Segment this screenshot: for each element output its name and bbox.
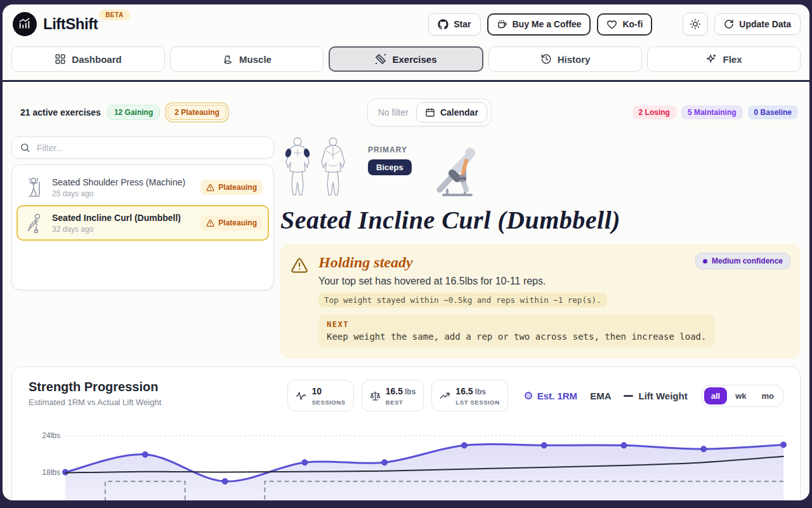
chart-legend: Est. 1RM EMA Lift Weight xyxy=(525,391,688,401)
exercise-media-row: PRIMARY Biceps xyxy=(280,137,801,199)
warning-triangle-icon xyxy=(206,219,214,227)
exercise-filter-input[interactable] xyxy=(37,143,266,153)
chart-logo-icon xyxy=(18,17,32,31)
legend-ema-label: EMA xyxy=(590,391,611,401)
range-week-button[interactable]: wk xyxy=(728,387,753,404)
exercise-last-session: 25 days ago xyxy=(52,189,185,198)
insight-content: Holding steady Your top set has hovered … xyxy=(318,254,714,347)
calendar-label: Calendar xyxy=(440,107,478,117)
legend-ema: EMA xyxy=(590,391,611,401)
refresh-icon xyxy=(724,19,734,29)
status-text: Plateauing xyxy=(218,183,257,192)
date-filter-group: No filter Calendar xyxy=(367,98,492,126)
dashboard-grid-icon xyxy=(55,53,66,65)
coffee-cup-icon xyxy=(497,19,508,30)
chart-subtitle: Estimated 1RM vs Actual Lift Weight xyxy=(29,398,161,407)
theme-toggle-button[interactable] xyxy=(683,13,708,36)
insight-detail: Top weight stayed within ~0.5kg and reps… xyxy=(318,293,607,307)
trending-up-icon xyxy=(440,391,450,401)
gaining-filter-badge[interactable]: 12 Gaining xyxy=(107,105,160,120)
sessions-label: SESSIONS xyxy=(311,399,345,406)
update-data-button[interactable]: Update Data xyxy=(714,13,801,35)
confidence-dot-icon xyxy=(703,259,707,264)
chart-plot-area: 24lbs18lbs12lbs xyxy=(22,420,790,500)
app-header: LiftShift BETA Star Buy Me a Coffee xyxy=(3,4,809,41)
content-area: Seated Shoulder Press (Machine) 25 days … xyxy=(3,126,809,359)
list-item-seated-shoulder-press[interactable]: Seated Shoulder Press (Machine) 25 days … xyxy=(16,170,269,205)
primary-muscle-block: PRIMARY Biceps xyxy=(368,137,412,175)
tab-flex[interactable]: Flex xyxy=(647,46,801,72)
tab-exercises-label: Exercises xyxy=(392,54,436,65)
best-value: 16.5 xyxy=(386,386,403,396)
active-exercises-count: 21 active exercises xyxy=(20,107,101,117)
lift-weight-line-icon xyxy=(624,395,633,397)
plateauing-status-badge: Plateauing xyxy=(200,180,263,195)
legend-est-1rm: Est. 1RM xyxy=(525,391,577,401)
exercise-title: Seated Incline Curl (Dumbbell) xyxy=(280,205,801,235)
buy-me-a-coffee-button[interactable]: Buy Me a Coffee xyxy=(487,13,591,36)
exercise-detail-panel: PRIMARY Biceps Seated I xyxy=(280,137,801,359)
brand: LiftShift BETA xyxy=(43,15,129,33)
strength-progression-card: Strength Progression Estimated 1RM vs Ac… xyxy=(11,366,801,500)
no-filter-label: No filter xyxy=(378,107,409,117)
kofi-button[interactable]: Ko-fi xyxy=(597,13,652,36)
sun-icon xyxy=(690,18,701,30)
baseline-filter-badge[interactable]: 0 Baseline xyxy=(748,105,798,119)
plateauing-filter-badge[interactable]: 2 Plateauing xyxy=(167,105,226,120)
exercise-filter-box xyxy=(11,137,274,159)
primary-muscle-badge: Biceps xyxy=(368,159,412,175)
confidence-label: Medium confidence xyxy=(712,257,783,265)
losing-filter-badge[interactable]: 2 Losing xyxy=(632,105,676,119)
calendar-button[interactable]: Calendar xyxy=(416,102,487,123)
legend-est-label: Est. 1RM xyxy=(537,391,577,401)
best-stat-card: 16.5lbs BEST xyxy=(362,380,424,411)
kofi-heart-icon xyxy=(606,19,617,30)
legend-lift-weight: Lift Weight xyxy=(624,391,687,401)
range-all-button[interactable]: all xyxy=(704,387,727,404)
warning-triangle-icon xyxy=(206,184,214,192)
best-unit: lbs xyxy=(405,387,416,396)
tab-history[interactable]: History xyxy=(488,46,642,72)
primary-label: PRIMARY xyxy=(368,145,412,154)
insight-body: Your top set has hovered at 16.5lbs for … xyxy=(318,276,714,287)
dumbbell-icon xyxy=(375,53,386,65)
exercise-name: Seated Incline Curl (Dumbbell) xyxy=(52,213,181,223)
status-filter-badges: 2 Losing 5 Maintaining 0 Baseline xyxy=(632,105,798,119)
chart-controls: 10 SESSIONS 16.5lbs xyxy=(287,380,783,411)
history-clock-icon xyxy=(540,53,552,65)
muscle-diagram xyxy=(280,137,351,199)
list-item-seated-incline-curl[interactable]: Seated Incline Curl (Dumbbell) 32 days a… xyxy=(16,205,269,241)
exercise-thumbnail xyxy=(23,211,46,235)
svg-text:18lbs: 18lbs xyxy=(42,468,60,477)
confidence-badge: Medium confidence xyxy=(695,253,790,269)
tab-muscle[interactable]: Muscle xyxy=(170,46,324,72)
insight-card: Holding steady Your top set has hovered … xyxy=(280,244,801,359)
app-title: LiftShift xyxy=(43,15,98,33)
next-label: NEXT xyxy=(327,320,706,329)
last-session-stat-card: 16.5lbs LST SESSION xyxy=(431,380,508,411)
kofi-label: Ko-fi xyxy=(622,19,643,29)
maintaining-filter-badge[interactable]: 5 Maintaining xyxy=(681,105,743,119)
tab-dashboard[interactable]: Dashboard xyxy=(11,46,165,72)
next-text: Keep weight the same, add a rep or two a… xyxy=(327,331,706,342)
activity-icon xyxy=(296,391,306,401)
tab-muscle-label: Muscle xyxy=(239,54,272,65)
last-session-unit: lbs xyxy=(475,387,486,396)
tab-exercises[interactable]: Exercises xyxy=(329,46,483,72)
insight-headline: Holding steady xyxy=(318,254,714,271)
best-label: BEST xyxy=(386,399,416,406)
beta-badge: BETA xyxy=(99,10,129,20)
tab-dashboard-label: Dashboard xyxy=(72,54,121,65)
main-nav: Dashboard Muscle Exercises xyxy=(3,41,809,72)
exercise-list-panel: Seated Shoulder Press (Machine) 25 days … xyxy=(11,137,274,290)
search-icon xyxy=(20,142,30,153)
last-session-label: LST SESSION xyxy=(455,399,499,406)
calendar-icon xyxy=(425,107,435,117)
legend-lift-label: Lift Weight xyxy=(638,391,687,401)
est-1rm-marker-icon xyxy=(525,392,532,399)
strength-progression-chart[interactable]: 24lbs18lbs12lbs xyxy=(22,420,791,500)
star-button[interactable]: Star xyxy=(428,13,480,36)
next-recommendation: NEXT Keep weight the same, add a rep or … xyxy=(318,314,714,347)
filter-row: 21 active exercises 12 Gaining 2 Plateau… xyxy=(3,82,809,126)
range-month-button[interactable]: mo xyxy=(755,387,782,404)
